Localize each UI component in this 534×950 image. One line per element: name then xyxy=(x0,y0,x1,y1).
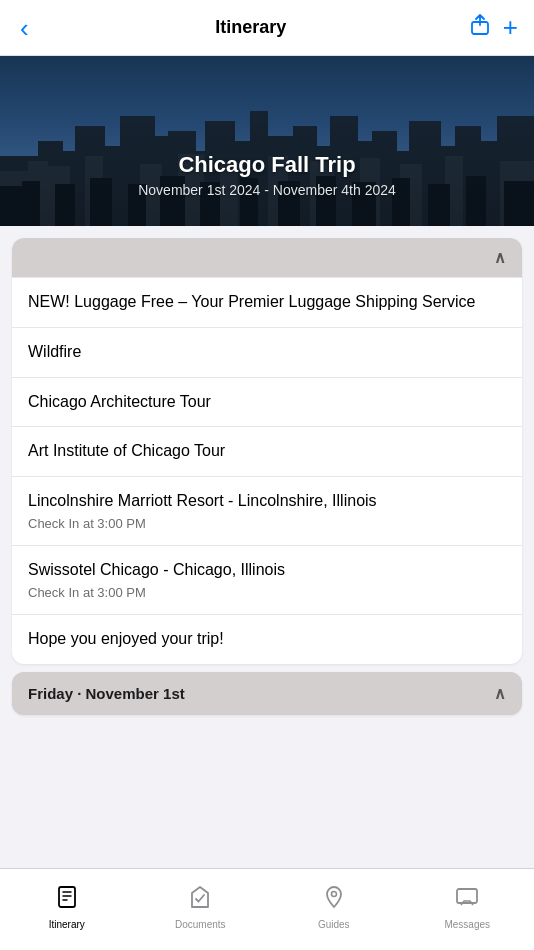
item-subtitle: Check In at 3:00 PM xyxy=(28,585,506,600)
back-button[interactable]: ‹ xyxy=(16,15,33,41)
friday-section-header[interactable]: Friday · November 1st ∧ xyxy=(12,672,522,715)
export-icon[interactable] xyxy=(469,14,491,41)
item-title: Art Institute of Chicago Tour xyxy=(28,441,506,462)
list-item[interactable]: Lincolnshire Marriott Resort - Lincolnsh… xyxy=(12,476,522,545)
svg-rect-53 xyxy=(59,887,75,907)
hero-overlay xyxy=(0,56,534,226)
tab-messages[interactable]: Messages xyxy=(401,869,535,938)
friday-header-label: Friday · November 1st xyxy=(28,685,185,702)
list-item[interactable]: NEW! Luggage Free – Your Premier Luggage… xyxy=(12,277,522,327)
guides-icon xyxy=(322,885,346,915)
hero-text: Chicago Fall Trip November 1st 2024 - No… xyxy=(0,152,534,198)
nav-left: ‹ xyxy=(16,15,33,41)
item-title: NEW! Luggage Free – Your Premier Luggage… xyxy=(28,292,506,313)
item-title: Swissotel Chicago - Chicago, Illinois xyxy=(28,560,506,581)
item-title: Hope you enjoyed your trip! xyxy=(28,629,506,650)
tab-guides[interactable]: Guides xyxy=(267,869,401,938)
nav-right: + xyxy=(469,12,518,43)
item-title: Chicago Architecture Tour xyxy=(28,392,506,413)
list-item[interactable]: Art Institute of Chicago Tour xyxy=(12,426,522,476)
hero-banner: Chicago Fall Trip November 1st 2024 - No… xyxy=(0,56,534,226)
list-item[interactable]: Swissotel Chicago - Chicago, Illinois Ch… xyxy=(12,545,522,614)
friday-section-card: Friday · November 1st ∧ xyxy=(12,672,522,715)
nav-bar: ‹ Itinerary + xyxy=(0,0,534,56)
guides-tab-label: Guides xyxy=(318,919,350,930)
itinerary-icon xyxy=(55,885,79,915)
nav-title: Itinerary xyxy=(33,17,469,38)
friday-chevron-icon: ∧ xyxy=(494,684,506,703)
svg-point-57 xyxy=(331,892,336,897)
item-title: Wildfire xyxy=(28,342,506,363)
documents-icon xyxy=(188,885,212,915)
messages-icon xyxy=(455,885,479,915)
main-content: ∧ NEW! Luggage Free – Your Premier Lugga… xyxy=(0,226,534,868)
item-subtitle: Check In at 3:00 PM xyxy=(28,516,506,531)
tab-itinerary[interactable]: Itinerary xyxy=(0,869,134,938)
item-title: Lincolnshire Marriott Resort - Lincolnsh… xyxy=(28,491,506,512)
documents-tab-label: Documents xyxy=(175,919,226,930)
hero-trip-title: Chicago Fall Trip xyxy=(0,152,534,178)
tab-bar: Itinerary Documents Guides Messages xyxy=(0,868,534,950)
hero-dates: November 1st 2024 - November 4th 2024 xyxy=(0,182,534,198)
messages-tab-label: Messages xyxy=(444,919,490,930)
list-item[interactable]: Wildfire xyxy=(12,327,522,377)
tab-documents[interactable]: Documents xyxy=(134,869,268,938)
add-button[interactable]: + xyxy=(503,12,518,43)
itinerary-tab-label: Itinerary xyxy=(49,919,85,930)
list-item[interactable]: Hope you enjoyed your trip! xyxy=(12,614,522,664)
overview-chevron-icon: ∧ xyxy=(494,248,506,267)
list-item[interactable]: Chicago Architecture Tour xyxy=(12,377,522,427)
overview-section-header[interactable]: ∧ xyxy=(12,238,522,277)
overview-section-card: ∧ NEW! Luggage Free – Your Premier Lugga… xyxy=(12,238,522,664)
